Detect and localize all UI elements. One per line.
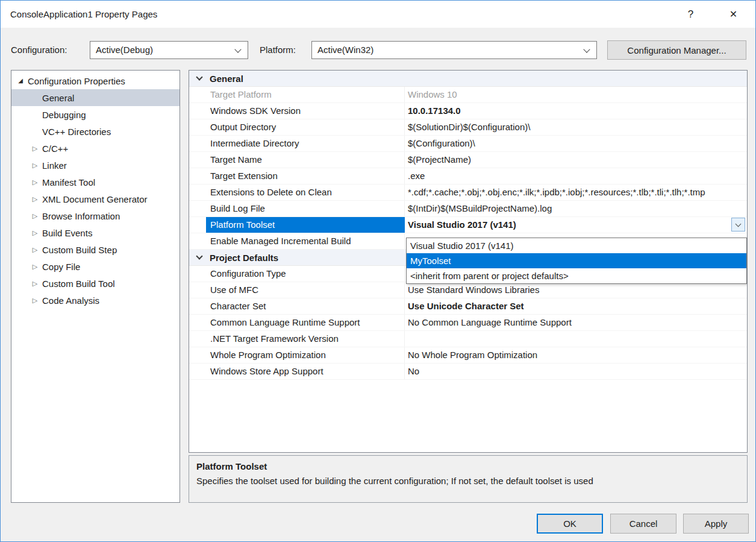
property-value-text: Use Standard Windows Libraries: [408, 285, 539, 295]
property-value[interactable]: $(ProjectName): [405, 152, 747, 168]
tree-collapsed-icon[interactable]: ▷: [30, 207, 40, 224]
row-gutter: [189, 184, 206, 200]
property-name[interactable]: Output Directory: [206, 119, 405, 135]
platform-value: Active(Win32): [317, 42, 373, 58]
tree-item-custom-build-tool[interactable]: ▷Custom Build Tool: [11, 275, 180, 292]
property-value-text: *.cdf;*.cache;*.obj;*.obj.enc;*.ilk;*.ip…: [408, 187, 705, 197]
tree-collapsed-icon[interactable]: ▷: [30, 191, 40, 207]
property-name[interactable]: Extensions to Delete on Clean: [206, 184, 405, 200]
tree-collapsed-icon[interactable]: ▷: [30, 258, 40, 275]
tree-item-label: Browse Information: [40, 211, 120, 221]
tree-expanded-icon[interactable]: ◢: [16, 72, 25, 89]
property-value[interactable]: Visual Studio 2017 (v141): [405, 217, 747, 233]
tree-item-label: Copy File: [40, 262, 80, 272]
tree-item-label: C/C++: [40, 143, 68, 154]
property-name[interactable]: Use of MFC: [206, 282, 405, 298]
property-value-text: Windows 10: [408, 89, 457, 99]
tree-collapsed-icon[interactable]: ▷: [30, 174, 40, 191]
property-value[interactable]: .exe: [405, 168, 747, 184]
property-name[interactable]: Configuration Type: [206, 266, 405, 282]
tree-root-configuration-properties[interactable]: ◢Configuration Properties: [11, 72, 180, 89]
tree-collapsed-icon[interactable]: ▷: [30, 224, 40, 241]
property-name[interactable]: Build Log File: [206, 201, 405, 216]
property-value[interactable]: Use Unicode Character Set: [405, 298, 747, 314]
property-name[interactable]: .NET Target Framework Version: [206, 331, 405, 347]
window-title: ConsoleApplication1 Property Pages: [10, 1, 157, 28]
property-value[interactable]: Windows 10: [405, 87, 747, 102]
property-name[interactable]: Character Set: [206, 298, 405, 314]
property-value[interactable]: 10.0.17134.0: [405, 103, 747, 119]
tree-collapsed-icon[interactable]: ▷: [30, 140, 40, 157]
dropdown-option-mytoolset[interactable]: MyToolset: [407, 253, 746, 268]
tree-item-browse-information[interactable]: ▷Browse Information: [11, 207, 180, 224]
tree-item-debugging[interactable]: Debugging: [11, 106, 180, 123]
property-value-text: Visual Studio 2017 (v141): [408, 219, 516, 230]
property-name[interactable]: Windows SDK Version: [206, 103, 405, 119]
property-row-character-set: Character SetUse Unicode Character Set: [189, 298, 747, 315]
property-name[interactable]: Common Language Runtime Support: [206, 315, 405, 330]
tree-item-manifest-tool[interactable]: ▷Manifest Tool: [11, 174, 180, 191]
property-value[interactable]: $(SolutionDir)$(Configuration)\: [405, 119, 747, 135]
cancel-button[interactable]: Cancel: [610, 514, 676, 534]
property-name[interactable]: Target Platform: [206, 87, 405, 102]
property-row-use-of-mfc: Use of MFCUse Standard Windows Libraries: [189, 282, 747, 298]
platform-label: Platform:: [260, 41, 296, 59]
tree-item-custom-build-step[interactable]: ▷Custom Build Step: [11, 241, 180, 258]
row-gutter: [189, 331, 206, 347]
row-gutter: [189, 266, 206, 282]
tree-item-vc-directories[interactable]: VC++ Directories: [11, 123, 180, 140]
toolset-dropdown-button[interactable]: [731, 218, 745, 232]
property-value[interactable]: $(IntDir)$(MSBuildProjectName).log: [405, 201, 747, 216]
tree-item-xml-document-generator[interactable]: ▷XML Document Generator: [11, 191, 180, 207]
section-header-general[interactable]: General: [189, 71, 747, 87]
property-row-net-target-framework-version: .NET Target Framework Version: [189, 331, 747, 347]
property-name[interactable]: Platform Toolset: [206, 217, 405, 233]
tree-collapsed-icon[interactable]: ▷: [30, 275, 40, 292]
property-name[interactable]: Windows Store App Support: [206, 364, 405, 379]
apply-button[interactable]: Apply: [683, 514, 749, 534]
dropdown-option-inherit-from-parent-or-project-defaults[interactable]: <inherit from parent or project defaults…: [407, 268, 746, 283]
tree-item-c-c[interactable]: ▷C/C++: [11, 140, 180, 157]
property-name[interactable]: Target Name: [206, 152, 405, 168]
property-value[interactable]: [405, 331, 747, 347]
property-value-text: No Whole Program Optimization: [408, 350, 537, 360]
tree-item-linker[interactable]: ▷Linker: [11, 157, 180, 174]
property-value[interactable]: Use Standard Windows Libraries: [405, 282, 747, 298]
property-name[interactable]: Intermediate Directory: [206, 136, 405, 151]
property-value[interactable]: $(Configuration)\: [405, 136, 747, 151]
property-row-windows-store-app-support: Windows Store App SupportNo: [189, 364, 747, 380]
property-name[interactable]: Target Extension: [206, 168, 405, 184]
property-name[interactable]: Enable Managed Incremental Build: [206, 233, 405, 249]
property-name[interactable]: Whole Program Optimization: [206, 347, 405, 363]
tree-item-general[interactable]: General: [11, 89, 180, 106]
property-value[interactable]: No Common Language Runtime Support: [405, 315, 747, 330]
tree-item-label: VC++ Directories: [40, 127, 111, 137]
row-gutter: [189, 315, 206, 330]
tree-collapsed-icon[interactable]: ▷: [30, 292, 40, 309]
property-value-text: .exe: [408, 171, 425, 181]
tree-item-copy-file[interactable]: ▷Copy File: [11, 258, 180, 275]
property-value-text: No: [408, 366, 419, 376]
tree-collapsed-icon[interactable]: ▷: [30, 157, 40, 174]
configuration-select[interactable]: Active(Debug): [90, 41, 248, 59]
tree-item-code-analysis[interactable]: ▷Code Analysis: [11, 292, 180, 309]
close-button[interactable]: ✕: [720, 1, 747, 28]
tree-collapsed-icon[interactable]: ▷: [30, 241, 40, 258]
property-value[interactable]: No: [405, 364, 747, 379]
ok-button[interactable]: OK: [537, 514, 603, 534]
configuration-manager-button[interactable]: Configuration Manager...: [607, 40, 746, 60]
dropdown-option-visual-studio-2017-v141[interactable]: Visual Studio 2017 (v141): [407, 238, 746, 253]
help-button[interactable]: ?: [677, 1, 704, 28]
row-gutter: [189, 347, 206, 363]
property-value-text: Use Unicode Character Set: [408, 301, 524, 311]
tree-item-build-events[interactable]: ▷Build Events: [11, 224, 180, 241]
row-gutter: [189, 103, 206, 119]
titlebar: ConsoleApplication1 Property Pages ? ✕: [1, 1, 755, 28]
platform-select[interactable]: Active(Win32): [311, 41, 597, 59]
tree-root-label: Configuration Properties: [25, 76, 125, 86]
property-value[interactable]: No Whole Program Optimization: [405, 347, 747, 363]
property-value-text: $(ProjectName): [408, 154, 471, 165]
tree-item-label: General: [40, 93, 74, 103]
row-gutter: [189, 168, 206, 184]
property-value[interactable]: *.cdf;*.cache;*.obj;*.obj.enc;*.ilk;*.ip…: [405, 184, 747, 200]
